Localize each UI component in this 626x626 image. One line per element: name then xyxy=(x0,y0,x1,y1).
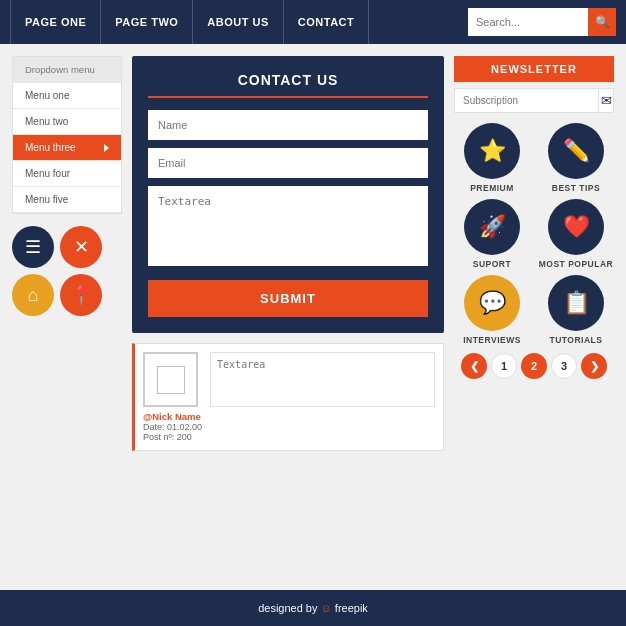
arrow-right-icon xyxy=(104,144,109,152)
nav-page-two[interactable]: PAGE TWO xyxy=(101,0,193,44)
menu-icon-button[interactable]: ☰ xyxy=(12,226,54,268)
tutorials-label: TUTORIALS xyxy=(550,335,603,345)
left-sidebar: Dropdown menu Menu one Menu two Menu thr… xyxy=(12,56,122,578)
search-button[interactable]: 🔍 xyxy=(588,8,616,36)
best-tips-circle: ✏️ xyxy=(548,123,604,179)
submit-button[interactable]: SUBMIT xyxy=(148,280,428,317)
newsletter-header: NEWSLETTER xyxy=(454,56,614,82)
hamburger-icon: ☰ xyxy=(25,236,41,258)
icon-grid: ⭐ PREMIUM ✏️ BEST TIPS 🚀 SUPORT xyxy=(454,123,614,345)
nav-search-area: 🔍 xyxy=(468,8,616,36)
center-panel: CONTACT US SUBMIT @Nick Name Date: 01.02… xyxy=(132,56,444,578)
pagination-page-2[interactable]: 2 xyxy=(521,353,547,379)
pagination-prev[interactable]: ❮ xyxy=(461,353,487,379)
post-card: @Nick Name Date: 01.02.00 Post nº: 200 xyxy=(132,343,444,451)
pin-icon-button[interactable]: 📍 xyxy=(60,274,102,316)
nav-about-us[interactable]: ABOUT US xyxy=(193,0,283,44)
rocket-icon: 🚀 xyxy=(479,214,506,240)
name-input[interactable] xyxy=(148,110,428,140)
interviews-label: INTERVIEWS xyxy=(463,335,521,345)
contact-form-title: CONTACT US xyxy=(148,72,428,98)
icon-grid-item-most-popular[interactable]: ❤️ MOST POPULAR xyxy=(538,199,614,269)
icon-grid-item-support[interactable]: 🚀 SUPORT xyxy=(454,199,530,269)
pagination-next[interactable]: ❯ xyxy=(581,353,607,379)
footer-designed-by: designed by xyxy=(258,602,317,614)
most-popular-label: MOST POPULAR xyxy=(539,259,613,269)
post-image-area: @Nick Name Date: 01.02.00 Post nº: 200 xyxy=(143,352,202,442)
top-navigation: PAGE ONE PAGE TWO ABOUT US CONTACT 🔍 xyxy=(0,0,626,44)
post-textarea[interactable] xyxy=(210,352,435,407)
premium-circle: ⭐ xyxy=(464,123,520,179)
pagination: ❮ 1 2 3 ❯ xyxy=(454,353,614,379)
best-tips-label: BEST TIPS xyxy=(552,183,600,193)
email-input[interactable] xyxy=(148,148,428,178)
pagination-page-3[interactable]: 3 xyxy=(551,353,577,379)
home-icon-button[interactable]: ⌂ xyxy=(12,274,54,316)
main-content: Dropdown menu Menu one Menu two Menu thr… xyxy=(0,44,626,590)
star-icon: ⭐ xyxy=(479,138,506,164)
subscription-button[interactable]: ✉ xyxy=(598,89,613,112)
sidebar-item-menu-one[interactable]: Menu one xyxy=(13,83,121,109)
chat-icon: 💬 xyxy=(479,290,506,316)
search-icon: 🔍 xyxy=(595,15,610,29)
icon-grid-item-interviews[interactable]: 💬 INTERVIEWS xyxy=(454,275,530,345)
tutorials-circle: 📋 xyxy=(548,275,604,331)
sidebar-item-menu-three[interactable]: Menu three xyxy=(13,135,121,161)
post-image-placeholder xyxy=(143,352,198,407)
search-input[interactable] xyxy=(468,8,588,36)
close-icon: ✕ xyxy=(74,236,89,258)
close-icon-button[interactable]: ✕ xyxy=(60,226,102,268)
pagination-page-1[interactable]: 1 xyxy=(491,353,517,379)
pin-icon: 📍 xyxy=(70,284,92,306)
sidebar-item-dropdown[interactable]: Dropdown menu xyxy=(13,57,121,83)
email-icon: ✉ xyxy=(601,93,612,108)
sidebar-item-menu-two[interactable]: Menu two xyxy=(13,109,121,135)
nav-contact[interactable]: CONTACT xyxy=(284,0,369,44)
post-meta: @Nick Name Date: 01.02.00 Post nº: 200 xyxy=(143,411,202,442)
home-icon: ⌂ xyxy=(28,285,39,306)
post-number: Post nº: 200 xyxy=(143,432,202,442)
interviews-circle: 💬 xyxy=(464,275,520,331)
right-panel: NEWSLETTER ✉ ⭐ PREMIUM ✏️ BEST TIPS xyxy=(454,56,614,578)
icon-buttons-group: ☰ ✕ ⌂ 📍 xyxy=(12,226,122,316)
premium-label: PREMIUM xyxy=(470,183,514,193)
post-image-inner xyxy=(157,366,185,394)
subscription-input[interactable] xyxy=(455,89,598,112)
sidebar-menu: Dropdown menu Menu one Menu two Menu thr… xyxy=(12,56,122,214)
post-date: Date: 01.02.00 xyxy=(143,422,202,432)
icon-grid-item-premium[interactable]: ⭐ PREMIUM xyxy=(454,123,530,193)
most-popular-circle: ❤️ xyxy=(548,199,604,255)
subscription-row: ✉ xyxy=(454,88,614,113)
post-nick: @Nick Name xyxy=(143,411,202,422)
message-textarea[interactable] xyxy=(148,186,428,266)
sidebar-item-menu-four[interactable]: Menu four xyxy=(13,161,121,187)
footer: designed by ☺ freepik xyxy=(0,590,626,626)
pencil-icon: ✏️ xyxy=(563,138,590,164)
footer-brand: freepik xyxy=(335,602,368,614)
footer-logo: ☺ xyxy=(321,602,332,614)
support-circle: 🚀 xyxy=(464,199,520,255)
document-icon: 📋 xyxy=(563,290,590,316)
nav-page-one[interactable]: PAGE ONE xyxy=(10,0,101,44)
icon-grid-item-best-tips[interactable]: ✏️ BEST TIPS xyxy=(538,123,614,193)
heart-icon: ❤️ xyxy=(563,214,590,240)
sidebar-item-menu-five[interactable]: Menu five xyxy=(13,187,121,213)
support-label: SUPORT xyxy=(473,259,511,269)
contact-form: CONTACT US SUBMIT xyxy=(132,56,444,333)
icon-grid-item-tutorials[interactable]: 📋 TUTORIALS xyxy=(538,275,614,345)
